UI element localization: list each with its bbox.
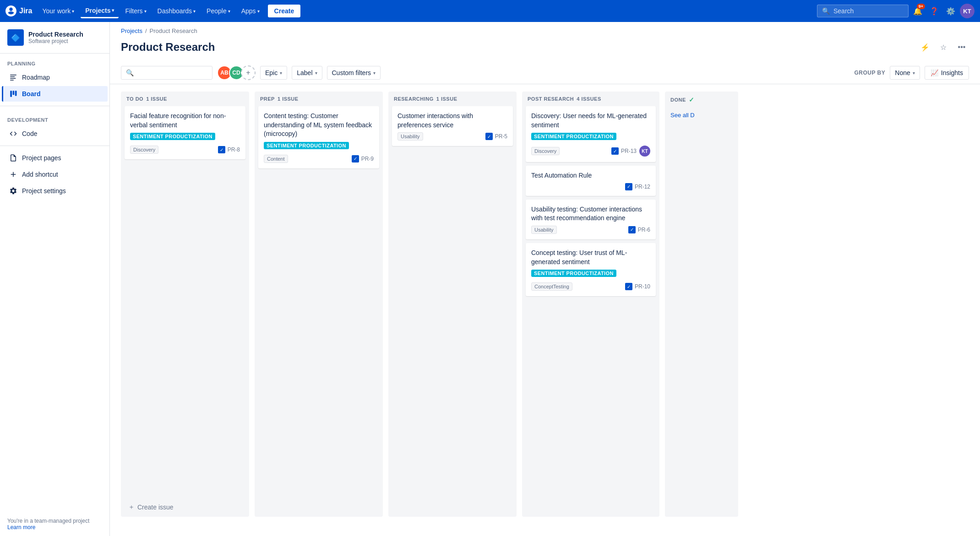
search-icon: 🔍: [126, 69, 134, 76]
apps-chevron: ▾: [257, 9, 260, 14]
card-pr8-footer: Discovery ✓ PR-8: [130, 146, 240, 154]
sidebar-item-code[interactable]: Code: [2, 126, 108, 141]
create-button[interactable]: Create: [268, 5, 301, 17]
sidebar-add-shortcut-label: Add shortcut: [22, 171, 58, 178]
sidebar-divider-2: [0, 146, 109, 146]
epic-filter[interactable]: Epic ▾: [260, 66, 287, 80]
planning-section-label: PLANNING: [0, 54, 109, 69]
card-pr10-type-label: ConceptTesting: [531, 282, 572, 291]
people-menu[interactable]: People ▾: [202, 5, 235, 17]
jira-logo[interactable]: Jira: [5, 5, 32, 16]
column-done-title: DONE: [670, 97, 686, 103]
card-pr5-footer: Usability ✓ PR-5: [397, 132, 507, 141]
board-search-input[interactable]: [136, 69, 191, 76]
card-pr5-issue: ✓ PR-5: [485, 133, 507, 140]
card-pr10-tag: SENTIMENT PRODUCTIZATION: [531, 270, 616, 277]
settings-button[interactable]: ⚙️: [943, 4, 958, 18]
column-researching-count: 1 ISSUE: [436, 96, 457, 102]
sidebar-project-settings-label: Project settings: [22, 187, 66, 195]
issue-icon-pr10: ✓: [625, 283, 632, 290]
sidebar-item-project-pages[interactable]: Project pages: [2, 150, 108, 166]
svg-rect-4: [10, 91, 12, 97]
card-pr10[interactable]: Concept testing: User trust of ML-genera…: [526, 243, 656, 296]
card-pr9-title: Content testing: Customer understanding …: [264, 112, 374, 139]
card-pr13-footer: Discovery ✓ PR-13 KT: [531, 146, 650, 157]
insights-icon: 📈: [931, 69, 938, 76]
dashboards-chevron: ▾: [193, 9, 196, 14]
projects-menu[interactable]: Projects ▾: [81, 4, 119, 18]
sidebar-item-project-settings[interactable]: Project settings: [2, 183, 108, 199]
your-work-menu[interactable]: Your work ▾: [38, 5, 79, 17]
breadcrumb-projects[interactable]: Projects: [121, 27, 142, 34]
column-todo: TO DO 1 ISSUE Facial feature recognition…: [121, 92, 249, 517]
search-bar[interactable]: 🔍 Search: [817, 5, 909, 17]
card-pr9-type-label: Content: [264, 155, 288, 163]
group-by-selector[interactable]: None ▾: [890, 66, 920, 80]
avatar-add-button[interactable]: +: [241, 65, 256, 80]
filters-chevron: ▾: [144, 9, 147, 14]
star-button[interactable]: ☆: [936, 40, 951, 54]
group-by-chevron: ▾: [913, 70, 915, 76]
people-chevron: ▾: [228, 9, 230, 14]
column-prep-title: PREP: [260, 96, 275, 102]
sidebar-item-board[interactable]: Board: [2, 86, 108, 102]
column-post-research-header: POST RESEARCH 4 ISSUES: [522, 92, 659, 106]
card-pr8-issue: ✓ PR-8: [218, 146, 240, 153]
card-pr9-type: Content: [264, 155, 288, 163]
create-issue-button[interactable]: ＋ Create issue: [123, 499, 247, 515]
svg-rect-1: [10, 76, 15, 77]
column-todo-title: TO DO: [126, 96, 143, 102]
issue-id-pr10: PR-10: [635, 283, 650, 290]
board-search[interactable]: 🔍: [121, 66, 212, 80]
your-work-chevron: ▾: [72, 9, 74, 14]
card-pr12-footer: ✓ PR-12: [531, 183, 650, 190]
dashboards-menu[interactable]: Dashboards ▾: [153, 5, 201, 17]
more-button[interactable]: •••: [954, 40, 969, 54]
label-chevron: ▾: [315, 70, 317, 76]
project-icon: 🔷: [7, 29, 24, 46]
sidebar-item-add-shortcut[interactable]: Add shortcut: [2, 167, 108, 182]
card-pr9[interactable]: Content testing: Customer understanding …: [258, 106, 379, 168]
card-pr13-tag: SENTIMENT PRODUCTIZATION: [531, 133, 616, 140]
see-all-done-button[interactable]: See all D: [665, 108, 738, 122]
issue-id-pr8: PR-8: [228, 146, 240, 153]
projects-chevron: ▾: [112, 8, 114, 13]
filters-menu[interactable]: Filters ▾: [120, 5, 151, 17]
epic-label: Epic: [265, 69, 278, 76]
sidebar-board-label: Board: [22, 90, 40, 97]
insights-button[interactable]: 📈 Insights: [925, 66, 969, 80]
page-actions: ⚡ ☆ •••: [918, 40, 969, 54]
user-avatar-button[interactable]: KT: [960, 4, 975, 18]
jira-logo-icon: [5, 5, 16, 16]
notifications-button[interactable]: 🔔 9+: [910, 4, 925, 18]
learn-more-link[interactable]: Learn more: [7, 524, 35, 531]
card-pr5[interactable]: Customer interactions with preferences s…: [392, 106, 513, 146]
custom-filters[interactable]: Custom filters ▾: [327, 66, 381, 80]
card-pr5-title: Customer interactions with preferences s…: [397, 112, 507, 130]
column-researching: RESEARCHING 1 ISSUE Customer interaction…: [388, 92, 517, 517]
column-done-header: DONE ✓: [665, 92, 738, 108]
card-pr6-footer: Usability ✓ PR-6: [531, 226, 650, 234]
settings-icon: [9, 187, 17, 195]
card-pr6[interactable]: Usability testing: Customer interactions…: [526, 200, 656, 239]
card-pr8-tag: SENTIMENT PRODUCTIZATION: [130, 133, 215, 140]
automation-button[interactable]: ⚡: [918, 40, 932, 54]
sidebar-code-label: Code: [22, 130, 37, 137]
sidebar-item-roadmap[interactable]: Roadmap: [2, 70, 108, 85]
card-pr6-type-label: Usability: [531, 226, 557, 234]
apps-menu[interactable]: Apps ▾: [237, 5, 264, 17]
card-pr5-type-label: Usability: [397, 132, 423, 141]
project-info: Product Research Software project: [28, 31, 83, 44]
issue-id-pr9: PR-9: [361, 156, 374, 162]
card-pr13[interactable]: Discovery: User needs for ML-generated s…: [526, 106, 656, 162]
card-pr8-type-label: Discovery: [130, 146, 158, 154]
code-icon: [9, 130, 17, 138]
card-pr10-title: Concept testing: User trust of ML-genera…: [531, 249, 650, 266]
card-pr13-issue: ✓ PR-13: [611, 147, 637, 155]
column-todo-cards: Facial feature recognition for non-verba…: [121, 106, 249, 499]
label-filter[interactable]: Label ▾: [292, 66, 322, 80]
card-pr8[interactable]: Facial feature recognition for non-verba…: [125, 106, 245, 159]
sidebar-divider-1: [0, 106, 109, 106]
help-button[interactable]: ❓: [927, 4, 942, 18]
card-pr12[interactable]: Test Automation Rule ✓ PR-12: [526, 166, 656, 196]
